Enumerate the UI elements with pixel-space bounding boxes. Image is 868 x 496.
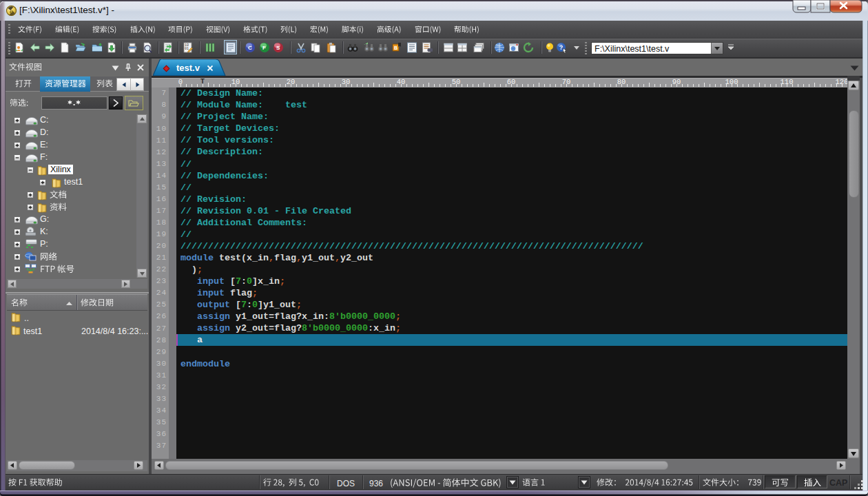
svg-text:01: 01: [185, 47, 189, 51]
svg-text:C: C: [248, 45, 252, 51]
svg-text:F: F: [262, 45, 266, 51]
svg-text:S: S: [276, 45, 280, 51]
svg-text:B: B: [394, 45, 397, 50]
svg-text:?: ?: [559, 44, 563, 51]
